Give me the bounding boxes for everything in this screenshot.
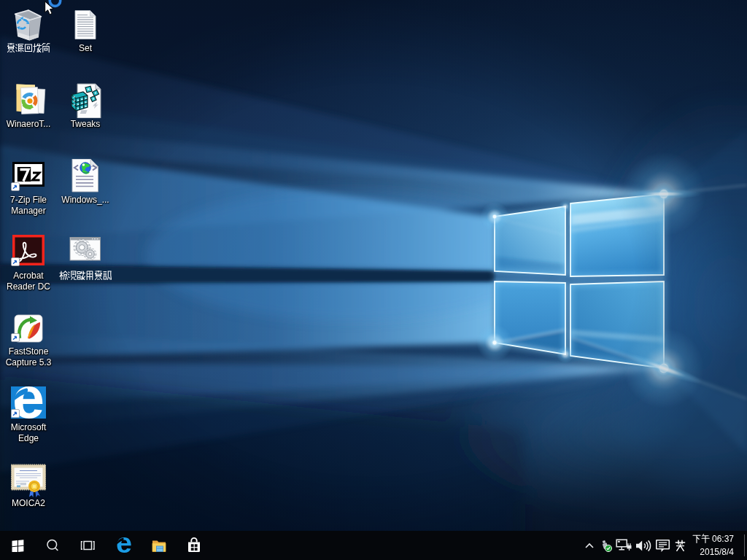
svg-text:e: e — [116, 536, 132, 555]
